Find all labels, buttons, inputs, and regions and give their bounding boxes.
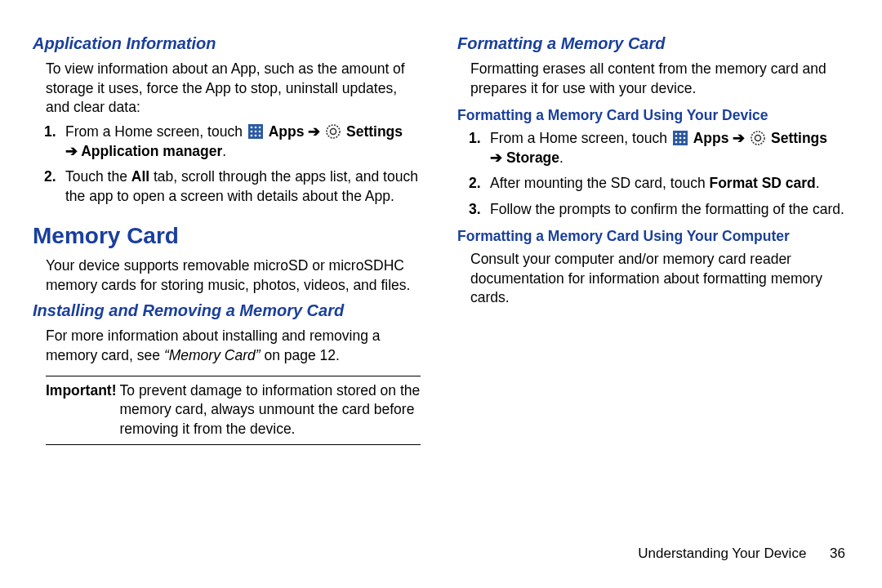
memory-card-intro: Your device supports removable microSD o… (46, 256, 421, 295)
svg-point-8 (254, 135, 256, 137)
step-2: 2. Touch the All tab, scroll through the… (65, 167, 421, 206)
step-1: 1. From a Home screen, touch Apps ➔ Sett… (65, 122, 421, 161)
svg-point-23 (755, 135, 761, 140)
step3-body: Follow the prompts to confirm the format… (490, 201, 844, 217)
right-column: Formatting a Memory Card Formatting eras… (457, 33, 845, 555)
arrow-icon: ➔ (308, 123, 324, 140)
svg-point-22 (751, 131, 764, 145)
storage-label: Storage (506, 149, 559, 166)
svg-point-10 (327, 125, 340, 138)
left-column: Application Information To view informat… (33, 33, 421, 555)
svg-point-15 (683, 133, 685, 136)
period: . (559, 149, 564, 166)
arrow-icon: ➔ (490, 149, 506, 166)
step-number-2: 2. (44, 167, 56, 187)
settings-icon (326, 124, 341, 139)
app-info-steps: 1. From a Home screen, touch Apps ➔ Sett… (47, 122, 421, 207)
svg-point-17 (679, 137, 681, 140)
all-tab-label: All (131, 168, 149, 185)
formatting-intro: Formatting erases all content from the m… (470, 60, 845, 98)
heading-format-computer: Formatting a Memory Card Using Your Comp… (457, 227, 845, 247)
period: . (816, 175, 820, 191)
apps-icon (248, 124, 263, 139)
svg-point-11 (331, 128, 336, 134)
heading-formatting: Formatting a Memory Card (457, 33, 845, 55)
period: . (222, 143, 226, 159)
inst-b: on page 12. (261, 347, 340, 363)
heading-application-information: Application Information (33, 33, 421, 55)
settings-label: Settings (346, 123, 403, 140)
svg-point-3 (258, 127, 261, 129)
svg-point-16 (675, 137, 677, 140)
svg-point-2 (254, 127, 256, 129)
page-footer: Understanding Your Device 36 (638, 545, 845, 564)
step-number-1: 1. (44, 122, 56, 142)
step-number-2: 2. (469, 174, 481, 194)
step2-part-a: After mounting the SD card, touch (490, 175, 709, 191)
svg-point-7 (250, 135, 252, 137)
important-label: Important! (46, 381, 120, 401)
svg-point-19 (675, 141, 677, 144)
svg-point-21 (683, 141, 685, 144)
apps-icon (673, 131, 688, 145)
step2-part-a: Touch the (65, 168, 131, 185)
important-note: Important! To prevent damage to informat… (46, 376, 421, 445)
svg-point-9 (258, 135, 261, 137)
arrow-icon: ➔ (65, 143, 81, 159)
step-1: 1. From a Home screen, touch Apps ➔ Sett… (490, 129, 845, 167)
svg-point-1 (250, 127, 252, 129)
step-number-3: 3. (469, 200, 481, 220)
install-remove-body: For more information about installing an… (46, 327, 421, 365)
svg-point-6 (258, 131, 261, 133)
app-info-intro: To view information about an App, such a… (46, 60, 421, 118)
app-manager-label: Application manager (81, 143, 222, 159)
page-number: 36 (830, 545, 845, 564)
arrow-icon: ➔ (733, 130, 749, 146)
svg-point-13 (675, 133, 677, 136)
footer-section: Understanding Your Device (638, 546, 806, 561)
step1-part-a: From a Home screen, touch (65, 123, 247, 140)
apps-label: Apps (269, 123, 305, 140)
step-2: 2. After mounting the SD card, touch For… (490, 174, 845, 194)
format-device-steps: 1. From a Home screen, touch Apps ➔ Sett… (472, 129, 845, 220)
svg-point-4 (250, 131, 252, 133)
format-sd-label: Format SD card (709, 175, 815, 191)
important-body: To prevent damage to information stored … (120, 381, 421, 439)
format-computer-body: Consult your computer and/or memory card… (470, 250, 845, 308)
apps-label: Apps (693, 130, 729, 146)
svg-point-18 (683, 137, 685, 140)
svg-point-20 (679, 141, 681, 144)
settings-icon (751, 131, 765, 145)
inst-ref: “Memory Card” (164, 347, 261, 363)
step-3: 3. Follow the prompts to confirm the for… (490, 200, 845, 220)
step1-part-a: From a Home screen, touch (490, 130, 671, 146)
svg-point-5 (254, 131, 256, 133)
heading-memory-card: Memory Card (33, 220, 421, 252)
heading-install-remove: Installing and Removing a Memory Card (33, 300, 421, 322)
settings-label: Settings (771, 130, 827, 146)
step-number-1: 1. (469, 129, 481, 149)
svg-point-14 (679, 133, 681, 136)
heading-format-device: Formatting a Memory Card Using Your Devi… (457, 106, 845, 126)
